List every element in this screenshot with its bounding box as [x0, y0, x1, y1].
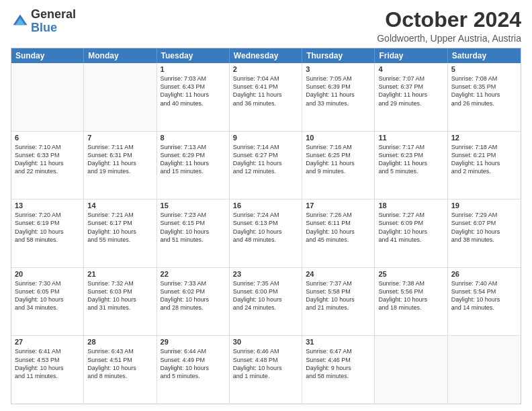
day-cell-4: 4Sunrise: 7:07 AM Sunset: 6:37 PM Daylig… — [375, 63, 447, 131]
day-cell-9: 9Sunrise: 7:14 AM Sunset: 6:27 PM Daylig… — [230, 132, 302, 199]
day-cell-2: 2Sunrise: 7:04 AM Sunset: 6:41 PM Daylig… — [230, 63, 302, 131]
cell-sun-info: Sunrise: 7:30 AM Sunset: 6:05 PM Dayligh… — [15, 279, 80, 312]
day-cell-18: 18Sunrise: 7:27 AM Sunset: 6:09 PM Dayli… — [375, 199, 447, 267]
header: General Blue October 2024 Goldwoerth, Up… — [11, 8, 521, 44]
calendar-body: 1Sunrise: 7:03 AM Sunset: 6:43 PM Daylig… — [11, 63, 521, 404]
day-number: 29 — [161, 338, 226, 346]
day-cell-23: 23Sunrise: 7:35 AM Sunset: 6:00 PM Dayli… — [230, 268, 302, 336]
day-number: 14 — [87, 201, 152, 210]
day-cell-28: 28Sunrise: 6:43 AM Sunset: 4:51 PM Dayli… — [84, 336, 157, 404]
cell-sun-info: Sunrise: 7:07 AM Sunset: 6:37 PM Dayligh… — [378, 75, 443, 107]
empty-cell — [11, 63, 84, 131]
empty-cell — [84, 63, 157, 131]
calendar: SundayMondayTuesdayWednesdayThursdayFrid… — [11, 48, 521, 404]
day-number: 20 — [15, 270, 80, 278]
day-number: 8 — [161, 134, 226, 142]
cell-sun-info: Sunrise: 7:20 AM Sunset: 6:19 PM Dayligh… — [15, 211, 80, 244]
day-number: 13 — [15, 201, 80, 210]
header-day-saturday: Saturday — [448, 48, 521, 63]
cell-sun-info: Sunrise: 7:35 AM Sunset: 6:00 PM Dayligh… — [233, 279, 298, 312]
day-number: 24 — [306, 270, 371, 278]
cell-sun-info: Sunrise: 7:24 AM Sunset: 6:13 PM Dayligh… — [233, 211, 298, 244]
week-row-1: 1Sunrise: 7:03 AM Sunset: 6:43 PM Daylig… — [11, 63, 521, 132]
header-day-monday: Monday — [84, 48, 157, 63]
day-cell-30: 30Sunrise: 6:46 AM Sunset: 4:48 PM Dayli… — [230, 336, 302, 404]
day-cell-17: 17Sunrise: 7:26 AM Sunset: 6:11 PM Dayli… — [302, 199, 375, 267]
day-cell-27: 27Sunrise: 6:41 AM Sunset: 4:53 PM Dayli… — [11, 336, 84, 404]
header-day-thursday: Thursday — [302, 48, 375, 63]
day-number: 3 — [306, 65, 371, 73]
day-cell-8: 8Sunrise: 7:13 AM Sunset: 6:29 PM Daylig… — [157, 132, 230, 199]
day-cell-20: 20Sunrise: 7:30 AM Sunset: 6:05 PM Dayli… — [11, 268, 84, 336]
week-row-4: 20Sunrise: 7:30 AM Sunset: 6:05 PM Dayli… — [11, 268, 521, 336]
day-number: 31 — [306, 338, 371, 346]
cell-sun-info: Sunrise: 7:33 AM Sunset: 6:02 PM Dayligh… — [161, 279, 226, 312]
day-number: 16 — [233, 201, 298, 210]
day-number: 12 — [451, 134, 517, 142]
day-number: 17 — [306, 201, 371, 210]
day-cell-21: 21Sunrise: 7:32 AM Sunset: 6:03 PM Dayli… — [84, 268, 157, 336]
day-number: 2 — [233, 65, 298, 73]
day-cell-10: 10Sunrise: 7:16 AM Sunset: 6:25 PM Dayli… — [302, 132, 375, 199]
day-number: 6 — [15, 134, 80, 142]
title-area: October 2024 Goldwoerth, Upper Austria, … — [377, 8, 521, 44]
cell-sun-info: Sunrise: 7:32 AM Sunset: 6:03 PM Dayligh… — [87, 279, 152, 312]
day-number: 4 — [378, 65, 443, 73]
day-number: 18 — [378, 201, 443, 210]
logo-area: General Blue — [11, 8, 76, 35]
day-cell-14: 14Sunrise: 7:21 AM Sunset: 6:17 PM Dayli… — [84, 199, 157, 267]
day-cell-12: 12Sunrise: 7:18 AM Sunset: 6:21 PM Dayli… — [448, 132, 521, 199]
day-number: 15 — [161, 201, 226, 210]
location-title: Goldwoerth, Upper Austria, Austria — [377, 33, 521, 44]
header-day-wednesday: Wednesday — [230, 48, 302, 63]
day-number: 11 — [378, 134, 443, 142]
cell-sun-info: Sunrise: 7:08 AM Sunset: 6:35 PM Dayligh… — [451, 75, 517, 107]
cell-sun-info: Sunrise: 6:47 AM Sunset: 4:46 PM Dayligh… — [306, 347, 371, 380]
cell-sun-info: Sunrise: 7:23 AM Sunset: 6:15 PM Dayligh… — [161, 211, 226, 244]
empty-cell — [375, 336, 447, 404]
cell-sun-info: Sunrise: 7:17 AM Sunset: 6:23 PM Dayligh… — [378, 143, 443, 176]
day-number: 19 — [451, 201, 517, 210]
day-cell-29: 29Sunrise: 6:44 AM Sunset: 4:49 PM Dayli… — [157, 336, 230, 404]
cell-sun-info: Sunrise: 7:38 AM Sunset: 5:56 PM Dayligh… — [378, 279, 443, 312]
month-title: October 2024 — [377, 8, 521, 32]
day-number: 1 — [161, 65, 226, 73]
cell-sun-info: Sunrise: 7:40 AM Sunset: 5:54 PM Dayligh… — [451, 279, 517, 312]
day-cell-11: 11Sunrise: 7:17 AM Sunset: 6:23 PM Dayli… — [375, 132, 447, 199]
day-cell-19: 19Sunrise: 7:29 AM Sunset: 6:07 PM Dayli… — [448, 199, 521, 267]
day-number: 10 — [306, 134, 371, 142]
day-number: 21 — [87, 270, 152, 278]
cell-sun-info: Sunrise: 7:10 AM Sunset: 6:33 PM Dayligh… — [15, 143, 80, 176]
day-number: 28 — [87, 338, 152, 346]
day-cell-25: 25Sunrise: 7:38 AM Sunset: 5:56 PM Dayli… — [375, 268, 447, 336]
day-number: 30 — [233, 338, 298, 346]
cell-sun-info: Sunrise: 6:46 AM Sunset: 4:48 PM Dayligh… — [233, 347, 298, 380]
day-number: 23 — [233, 270, 298, 278]
header-day-sunday: Sunday — [11, 48, 84, 63]
day-cell-13: 13Sunrise: 7:20 AM Sunset: 6:19 PM Dayli… — [11, 199, 84, 267]
day-cell-5: 5Sunrise: 7:08 AM Sunset: 6:35 PM Daylig… — [448, 63, 521, 131]
cell-sun-info: Sunrise: 7:04 AM Sunset: 6:41 PM Dayligh… — [233, 75, 298, 107]
cell-sun-info: Sunrise: 7:13 AM Sunset: 6:29 PM Dayligh… — [161, 143, 226, 176]
day-number: 7 — [87, 134, 152, 142]
week-row-2: 6Sunrise: 7:10 AM Sunset: 6:33 PM Daylig… — [11, 132, 521, 200]
cell-sun-info: Sunrise: 7:03 AM Sunset: 6:43 PM Dayligh… — [161, 75, 226, 107]
day-cell-26: 26Sunrise: 7:40 AM Sunset: 5:54 PM Dayli… — [448, 268, 521, 336]
day-number: 27 — [15, 338, 80, 346]
logo-blue-text: Blue — [31, 21, 57, 34]
header-day-tuesday: Tuesday — [157, 48, 230, 63]
day-cell-1: 1Sunrise: 7:03 AM Sunset: 6:43 PM Daylig… — [157, 63, 230, 131]
cell-sun-info: Sunrise: 6:43 AM Sunset: 4:51 PM Dayligh… — [87, 347, 152, 380]
cell-sun-info: Sunrise: 7:18 AM Sunset: 6:21 PM Dayligh… — [451, 143, 517, 176]
day-number: 22 — [161, 270, 226, 278]
cell-sun-info: Sunrise: 6:41 AM Sunset: 4:53 PM Dayligh… — [15, 347, 80, 380]
cell-sun-info: Sunrise: 7:16 AM Sunset: 6:25 PM Dayligh… — [306, 143, 371, 176]
page: General Blue October 2024 Goldwoerth, Up… — [0, 0, 532, 411]
day-number: 9 — [233, 134, 298, 142]
cell-sun-info: Sunrise: 7:21 AM Sunset: 6:17 PM Dayligh… — [87, 211, 152, 244]
cell-sun-info: Sunrise: 6:44 AM Sunset: 4:49 PM Dayligh… — [161, 347, 226, 380]
day-cell-16: 16Sunrise: 7:24 AM Sunset: 6:13 PM Dayli… — [230, 199, 302, 267]
day-cell-3: 3Sunrise: 7:05 AM Sunset: 6:39 PM Daylig… — [302, 63, 375, 131]
week-row-3: 13Sunrise: 7:20 AM Sunset: 6:19 PM Dayli… — [11, 199, 521, 268]
day-cell-31: 31Sunrise: 6:47 AM Sunset: 4:46 PM Dayli… — [302, 336, 375, 404]
